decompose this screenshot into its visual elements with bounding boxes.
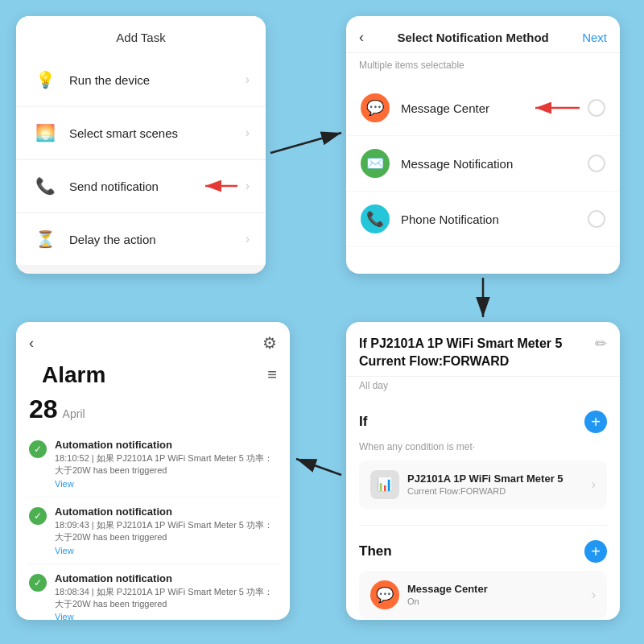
- list-item: ✓ Automation notification 18:09:43 | 如果 …: [26, 497, 280, 564]
- alarm-list: ✓ Automation notification 18:10:52 | 如果 …: [16, 431, 290, 620]
- svg-line-7: [296, 459, 341, 475]
- message-center-icon: 💬: [361, 93, 390, 122]
- alarm-day: 28: [29, 394, 58, 424]
- delay-action-icon: ⏳: [32, 226, 58, 252]
- snm-title: Select Notification Method: [397, 31, 548, 44]
- add-task-panel: Add Task 💡 Run the device › 🌅 Select sma…: [16, 16, 266, 274]
- alarm-check-icon-3: ✓: [29, 574, 47, 592]
- then-icon: 💬: [370, 580, 399, 609]
- if-add-button[interactable]: +: [584, 411, 607, 433]
- message-center-radio[interactable]: [588, 99, 605, 117]
- alarm-entry-title-3: Automation notification: [55, 572, 277, 584]
- message-notification-label: Message Notification: [401, 157, 513, 171]
- message-center-option[interactable]: 💬 Message Center: [346, 80, 620, 136]
- snm-header: ‹ Select Notification Method Next: [346, 16, 620, 53]
- alarm-gear-icon[interactable]: ⚙: [262, 333, 277, 353]
- then-card[interactable]: 💬 Message Center On ›: [359, 571, 607, 619]
- snm-next-button[interactable]: Next: [582, 31, 607, 44]
- alarm-entry-title-1: Automation notification: [55, 439, 277, 451]
- delay-action-label: Delay the action: [69, 233, 156, 246]
- if-title: If: [359, 414, 367, 430]
- send-notification-label: Send notification: [69, 180, 159, 193]
- send-notification-chevron: ›: [246, 179, 250, 193]
- automation-detail-panel: If PJ2101A 1P WiFi Smart Meter 5 Current…: [346, 322, 620, 620]
- condition-sub: Current Flow:FORWARD: [407, 486, 584, 496]
- auto-edit-icon[interactable]: ✏: [595, 335, 607, 353]
- smart-scenes-chevron: ›: [246, 126, 250, 140]
- delay-action-item[interactable]: ⏳ Delay the action ›: [16, 213, 266, 265]
- alarm-entry-desc-1: 18:10:52 | 如果 PJ2101A 1P WiFi Smart Mete…: [55, 452, 277, 477]
- auto-allday: All day: [346, 377, 620, 399]
- add-task-header: Add Task: [16, 16, 266, 54]
- phone-notification-radio[interactable]: [588, 210, 605, 228]
- message-notification-icon: ✉️: [361, 149, 390, 178]
- smart-scenes-icon: 🌅: [32, 120, 58, 146]
- run-device-icon: 💡: [32, 67, 58, 93]
- phone-notification-icon: 📞: [361, 204, 390, 233]
- delay-action-chevron: ›: [246, 232, 250, 246]
- condition-card[interactable]: 📊 PJ2101A 1P WiFi Smart Meter 5 Current …: [359, 460, 607, 509]
- alarm-back-button[interactable]: ‹: [29, 335, 34, 352]
- send-notification-icon: 📞: [32, 173, 58, 199]
- alarm-month: April: [63, 407, 85, 420]
- then-item-label: Message Center: [407, 583, 584, 595]
- auto-title: If PJ2101A 1P WiFi Smart Meter 5 Current…: [359, 335, 588, 371]
- alarm-check-icon-2: ✓: [29, 507, 47, 525]
- alarm-date: 28 April: [16, 393, 290, 431]
- alarm-entry-title-2: Automation notification: [55, 506, 277, 518]
- auto-title-section: If PJ2101A 1P WiFi Smart Meter 5 Current…: [346, 322, 620, 377]
- list-item: ✓ Automation notification 18:10:52 | 如果 …: [26, 431, 280, 497]
- alarm-entry-view-3[interactable]: View: [55, 612, 277, 620]
- smart-scenes-item[interactable]: 🌅 Select smart scenes ›: [16, 107, 266, 159]
- then-section: Then + 💬 Message Center On ›: [346, 529, 620, 620]
- phone-notification-label: Phone Notification: [401, 213, 499, 226]
- smart-scenes-label: Select smart scenes: [69, 126, 178, 140]
- select-notification-panel: ‹ Select Notification Method Next Multip…: [346, 16, 620, 274]
- alarm-entry-view-2[interactable]: View: [55, 546, 277, 555]
- message-center-label: Message Center: [401, 101, 489, 115]
- phone-notification-option[interactable]: 📞 Phone Notification: [346, 192, 620, 247]
- auto-divider: [359, 525, 607, 526]
- snm-back-button[interactable]: ‹: [359, 29, 364, 46]
- condition-icon: 📊: [370, 470, 399, 499]
- alarm-title: Alarm: [29, 359, 118, 390]
- snm-subtitle: Multiple items selectable: [346, 53, 620, 80]
- alarm-menu-icon[interactable]: ≡: [267, 365, 277, 384]
- alarm-panel: ‹ ⚙ Alarm ≡ 28 April ✓ Automation notifi…: [16, 322, 290, 620]
- alarm-entry-desc-2: 18:09:43 | 如果 PJ2101A 1P WiFi Smart Mete…: [55, 519, 277, 544]
- then-chevron: ›: [592, 588, 596, 602]
- message-notification-radio[interactable]: [588, 155, 605, 172]
- then-title: Then: [359, 543, 392, 559]
- list-item: ✓ Automation notification 18:08:34 | 如果 …: [26, 564, 280, 620]
- message-notification-option[interactable]: ✉️ Message Notification: [346, 136, 620, 192]
- then-item-sub: On: [407, 597, 584, 606]
- alarm-entry-desc-3: 18:08:34 | 如果 PJ2101A 1P WiFi Smart Mete…: [55, 586, 277, 611]
- condition-title: PJ2101A 1P WiFi Smart Meter 5: [407, 473, 584, 485]
- condition-text: When any condition is met·: [359, 441, 607, 452]
- svg-line-5: [270, 133, 341, 153]
- then-add-button[interactable]: +: [584, 540, 607, 563]
- send-notification-item[interactable]: 📞 Send notification ›: [16, 160, 266, 212]
- run-device-chevron: ›: [246, 72, 250, 87]
- condition-chevron: ›: [592, 477, 596, 492]
- run-device-item[interactable]: 💡 Run the device ›: [16, 54, 266, 105]
- alarm-entry-view-1[interactable]: View: [55, 479, 277, 489]
- alarm-check-icon-1: ✓: [29, 440, 47, 458]
- run-device-label: Run the device: [69, 73, 150, 87]
- if-section: If + When any condition is met· 📊 PJ2101…: [346, 399, 620, 522]
- alarm-header: ‹ ⚙: [16, 322, 290, 359]
